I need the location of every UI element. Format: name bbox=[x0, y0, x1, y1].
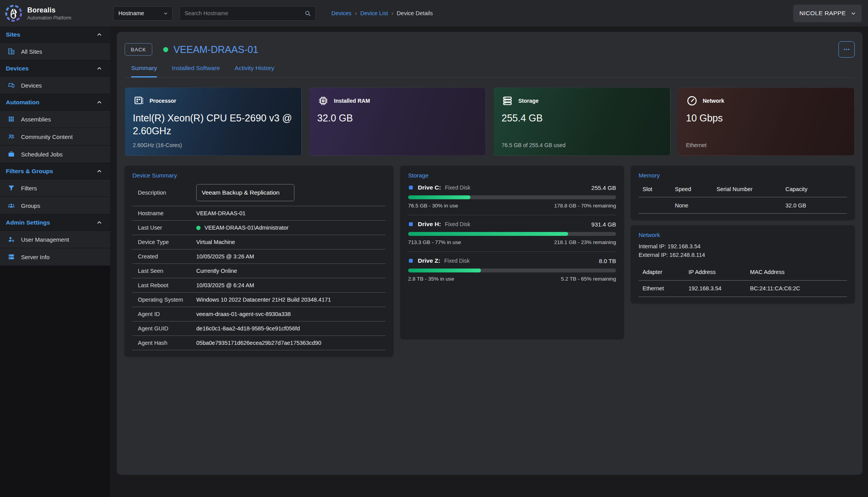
tab-summary[interactable]: Summary bbox=[131, 65, 157, 77]
stat-card-value: Intel(R) Xeon(R) CPU E5-2690 v3 @ 2.60GH… bbox=[133, 112, 294, 137]
memory-table: SlotSpeedSerial NumberCapacityNone32.0 G… bbox=[639, 181, 847, 214]
filter-icon bbox=[7, 184, 15, 192]
back-button[interactable]: BACK bbox=[125, 43, 152, 56]
drive-total-size: 931.4 GB bbox=[592, 221, 616, 228]
drive-usage-bar-fill bbox=[408, 232, 568, 236]
drive-drive-h: Drive H:Fixed Disk931.4 GB713.3 GB - 77%… bbox=[408, 215, 616, 252]
drive-drive-c: Drive C:Fixed Disk255.4 GB76.5 GB - 30% … bbox=[408, 179, 616, 215]
sidebar-item-groups[interactable]: Groups bbox=[0, 197, 110, 214]
stat-card-value: 10 Gbps bbox=[686, 112, 847, 125]
sidebar-item-community-content[interactable]: Community Content bbox=[0, 128, 110, 146]
drive-bullet-icon bbox=[409, 259, 413, 263]
drive-used-text: 76.5 GB - 30% in use bbox=[408, 203, 458, 209]
people-icon bbox=[7, 133, 15, 140]
summary-row-value: veeam-draas-01-agent-svc-8930a338 bbox=[196, 311, 291, 317]
sidebar-item-label: All Sites bbox=[21, 48, 42, 55]
search-input[interactable] bbox=[185, 10, 304, 16]
storage-panel: Storage Drive C:Fixed Disk255.4 GB76.5 G… bbox=[400, 166, 624, 339]
drive-name: Drive Z: bbox=[418, 257, 440, 264]
summary-row-description: Description bbox=[132, 179, 386, 206]
hostname-filter-label: Hostname bbox=[118, 10, 144, 16]
brand: Borealis Automation Platform bbox=[0, 4, 110, 22]
summary-row-created: Created10/05/2025 @ 3:26 AM bbox=[132, 249, 386, 264]
sidebar-nav: SitesAll SitesDevicesDevicesAutomationAs… bbox=[0, 26, 110, 266]
network-cell: 192.168.3.54 bbox=[688, 285, 750, 292]
summary-row-last-reboot: Last Reboot10/03/2025 @ 6:24 AM bbox=[132, 278, 386, 293]
summary-row-value: Currently Online bbox=[196, 268, 237, 274]
drive-remaining-text: 5.2 TB - 65% remaining bbox=[561, 276, 616, 282]
drive-usage-bar-fill bbox=[408, 195, 470, 199]
user-menu-button[interactable]: NICOLE RAPPE bbox=[793, 5, 862, 22]
summary-row-label: Operating System bbox=[138, 297, 196, 303]
ram-chip-icon bbox=[317, 95, 329, 107]
hostname-filter-dropdown[interactable]: Hostname bbox=[113, 6, 173, 21]
sidebar-section-label: Filters & Groups bbox=[6, 168, 53, 175]
network-col-header: IP Address bbox=[688, 269, 750, 275]
tab-installed-software[interactable]: Installed Software bbox=[172, 65, 220, 77]
network-row: Ethernet192.168.3.54BC:24:11:CA:C6:2C bbox=[639, 281, 847, 297]
drive-usage-bar bbox=[408, 232, 616, 236]
summary-row-last-seen: Last SeenCurrently Online bbox=[132, 264, 386, 278]
drive-type: Fixed Disk bbox=[445, 221, 470, 227]
topbar: Borealis Automation Platform Hostname De… bbox=[0, 0, 868, 26]
breadcrumb-devices[interactable]: Devices bbox=[331, 10, 352, 16]
memory-row: None32.0 GB bbox=[639, 197, 847, 214]
sidebar-section-admin-settings[interactable]: Admin Settings bbox=[0, 214, 110, 231]
summary-row-label: Device Type bbox=[138, 239, 196, 245]
panel-title: Device Summary bbox=[132, 172, 386, 179]
sidebar-section-automation[interactable]: Automation bbox=[0, 94, 110, 111]
summary-row-value: de16c0c1-8aa2-4d18-9585-9ce91cf056fd bbox=[196, 325, 300, 332]
breadcrumb-device-list[interactable]: Device List bbox=[360, 10, 388, 16]
gauge-icon bbox=[686, 95, 698, 107]
network-panel: Network Internal IP: 192.168.3.54 Extern… bbox=[631, 225, 855, 303]
sidebar-section-filters-groups[interactable]: Filters & Groups bbox=[0, 163, 110, 179]
drive-bullet-icon bbox=[409, 222, 413, 226]
tab-activity-history[interactable]: Activity History bbox=[235, 65, 275, 77]
sidebar-item-assemblies[interactable]: Assemblies bbox=[0, 111, 110, 128]
groups-icon bbox=[7, 202, 15, 209]
panels: Device Summary Description HostnameVEEAM… bbox=[125, 166, 855, 357]
right-column: Memory SlotSpeedSerial NumberCapacityNon… bbox=[631, 166, 855, 303]
summary-row-label: Agent GUID bbox=[138, 325, 196, 332]
device-summary-panel: Device Summary Description HostnameVEEAM… bbox=[125, 166, 393, 357]
more-options-button[interactable] bbox=[838, 41, 855, 58]
memory-header-row: SlotSpeedSerial NumberCapacity bbox=[639, 181, 847, 197]
memory-col-header: Speed bbox=[675, 186, 717, 192]
sidebar-section-sites[interactable]: Sites bbox=[0, 26, 110, 43]
stat-cards: ProcessorIntel(R) Xeon(R) CPU E5-2690 v3… bbox=[125, 88, 855, 156]
stat-card-label: Processor bbox=[150, 98, 176, 104]
sidebar-item-server-info[interactable]: Server Info bbox=[0, 248, 110, 266]
sidebar-item-filters[interactable]: Filters bbox=[0, 179, 110, 197]
sidebar-item-all-sites[interactable]: All Sites bbox=[0, 43, 110, 60]
summary-row-value: VEEAM-DRAAS-01 bbox=[196, 210, 246, 216]
drive-used-text: 2.8 TB - 35% in use bbox=[408, 276, 454, 282]
summary-row-agent-guid: Agent GUIDde16c0c1-8aa2-4d18-9585-9ce91c… bbox=[132, 321, 386, 336]
sidebar-section-devices[interactable]: Devices bbox=[0, 60, 110, 77]
sidebar-item-user-management[interactable]: User Management bbox=[0, 231, 110, 248]
building-icon bbox=[7, 47, 15, 55]
drive-name: Drive H: bbox=[418, 221, 441, 228]
sidebar-item-devices[interactable]: Devices bbox=[0, 77, 110, 94]
sidebar-item-label: Filters bbox=[21, 185, 37, 191]
device-details-card: BACK VEEAM-DRAAS-01 SummaryInstalled Sof… bbox=[117, 32, 863, 475]
chevron-down-icon bbox=[163, 11, 168, 16]
sidebar-item-scheduled-jobs[interactable]: Scheduled Jobs bbox=[0, 146, 110, 163]
device-header: BACK VEEAM-DRAAS-01 bbox=[125, 41, 855, 58]
brand-subtitle: Automation Platform bbox=[27, 15, 71, 21]
stat-card-storage: Storage255.4 GB76.5 GB of 255.4 GB used bbox=[493, 88, 671, 156]
chevron-down-icon bbox=[850, 11, 856, 16]
summary-row-value: VEEAM-DRAAS-01\Administrator bbox=[196, 225, 289, 231]
sidebar-section-label: Automation bbox=[6, 99, 39, 106]
sidebar-section-label: Admin Settings bbox=[6, 219, 50, 226]
search-icon[interactable] bbox=[304, 10, 312, 17]
stat-card-label: Network bbox=[703, 98, 724, 104]
online-status-dot bbox=[196, 226, 201, 230]
chevron-up-icon bbox=[96, 65, 102, 72]
sidebar-section-label: Devices bbox=[6, 65, 29, 72]
summary-row-agent-id: Agent IDveeam-draas-01-agent-svc-8930a33… bbox=[132, 307, 386, 321]
drive-total-size: 255.4 GB bbox=[592, 184, 616, 191]
description-input[interactable] bbox=[196, 184, 294, 201]
internal-ip: Internal IP: 192.168.3.54 bbox=[639, 242, 847, 251]
drive-type: Fixed Disk bbox=[445, 184, 470, 191]
sidebar-item-label: Server Info bbox=[21, 254, 49, 260]
